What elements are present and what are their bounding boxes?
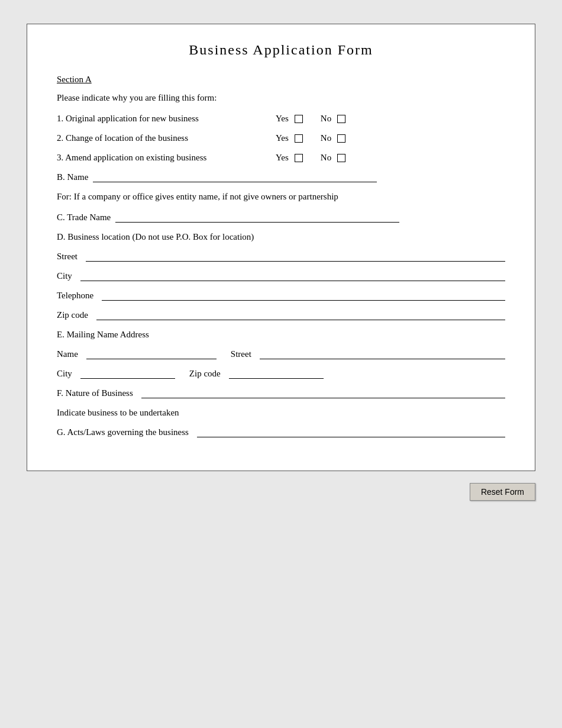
telephone-input[interactable]	[102, 291, 505, 301]
mailing-name-label: Name	[57, 349, 78, 359]
field-b-label: B. Name	[57, 172, 88, 182]
mailing-name-input[interactable]	[86, 350, 217, 359]
question-1-text: 1. Original application for new business	[57, 114, 276, 124]
field-c-row: C. Trade Name	[57, 212, 505, 223]
field-c-label: C. Trade Name	[57, 212, 111, 222]
question-3-text: 3. Amend application on existing busines…	[57, 153, 276, 163]
field-f-label: F. Nature of Business	[57, 388, 133, 398]
telephone-row: Telephone	[57, 291, 505, 301]
yes-no-group-2: Yes No	[276, 133, 357, 143]
field-e-label: E. Mailing Name Address	[57, 330, 149, 339]
mailing-zip-input[interactable]	[229, 369, 324, 379]
no-pair-1: No	[321, 114, 345, 124]
no-label-3: No	[321, 153, 331, 163]
bottom-bar: Reset Form	[27, 483, 535, 501]
yes-no-group-1: Yes No	[276, 114, 357, 124]
yes-no-group-3: Yes No	[276, 153, 357, 163]
indicate-text-row: Indicate business to be undertaken	[57, 408, 505, 418]
no-pair-3: No	[321, 153, 345, 163]
field-d-row: D. Business location (Do not use P.O. Bo…	[57, 232, 505, 242]
reset-form-button[interactable]: Reset Form	[470, 483, 535, 501]
no-label-1: No	[321, 114, 331, 124]
field-f-row: F. Nature of Business	[57, 388, 505, 398]
yes-checkbox-2[interactable]	[295, 134, 303, 143]
city-label: City	[57, 271, 72, 281]
field-b-input[interactable]	[93, 173, 377, 182]
mailing-city-input[interactable]	[80, 369, 175, 379]
yes-label-1: Yes	[276, 114, 289, 124]
yes-pair-1: Yes	[276, 114, 303, 124]
yes-checkbox-3[interactable]	[295, 154, 303, 162]
mailing-city-zip-row: City Zip code	[57, 369, 505, 379]
field-b-row: B. Name	[57, 172, 505, 182]
field-e-header: E. Mailing Name Address	[57, 330, 505, 340]
mailing-street-label: Street	[231, 349, 251, 359]
zip-code-row: Zip code	[57, 310, 505, 320]
for-note: For: If a company or office gives entity…	[57, 192, 505, 202]
question-row-1: 1. Original application for new business…	[57, 114, 505, 124]
telephone-label: Telephone	[57, 291, 93, 301]
no-checkbox-3[interactable]	[337, 154, 345, 162]
no-pair-2: No	[321, 133, 345, 143]
question-2-text: 2. Change of location of the business	[57, 133, 276, 143]
field-d-label: D. Business location (Do not use P.O. Bo…	[57, 232, 254, 241]
question-row-3: 3. Amend application on existing busines…	[57, 153, 505, 163]
city-row: City	[57, 271, 505, 281]
yes-pair-2: Yes	[276, 133, 303, 143]
yes-pair-3: Yes	[276, 153, 303, 163]
mailing-city-label: City	[57, 369, 72, 379]
field-c-input[interactable]	[115, 213, 399, 223]
mailing-street-input[interactable]	[260, 350, 505, 359]
no-label-2: No	[321, 133, 331, 143]
street-label: Street	[57, 252, 77, 262]
no-checkbox-2[interactable]	[337, 134, 345, 143]
field-f-input[interactable]	[141, 389, 505, 398]
field-g-label: G. Acts/Laws governing the business	[57, 427, 189, 437]
instruction-text: Please indicate why you are filling this…	[57, 93, 505, 103]
city-input[interactable]	[80, 272, 505, 281]
question-row-2: 2. Change of location of the business Ye…	[57, 133, 505, 143]
street-input[interactable]	[86, 252, 505, 262]
section-a-label: Section A	[57, 75, 92, 85]
indicate-text: Indicate business to be undertaken	[57, 408, 179, 417]
field-g-input[interactable]	[197, 428, 505, 437]
field-g-row: G. Acts/Laws governing the business	[57, 427, 505, 437]
form-title: Business Application Form	[57, 42, 505, 58]
mailing-name-street-row: Name Street	[57, 349, 505, 359]
mailing-zip-label: Zip code	[189, 369, 221, 379]
form-container: Business Application Form Section A Plea…	[27, 24, 535, 471]
street-row: Street	[57, 252, 505, 262]
yes-checkbox-1[interactable]	[295, 115, 303, 123]
yes-label-2: Yes	[276, 133, 289, 143]
no-checkbox-1[interactable]	[337, 115, 345, 123]
yes-label-3: Yes	[276, 153, 289, 163]
zip-code-input[interactable]	[96, 311, 505, 320]
zip-code-label: Zip code	[57, 310, 88, 320]
